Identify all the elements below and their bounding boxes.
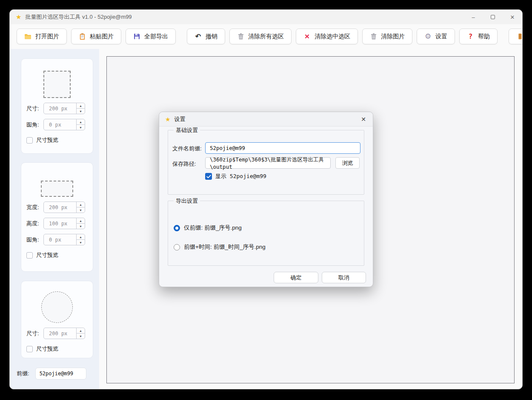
help-button[interactable]: ? 帮助	[459, 29, 498, 44]
group-legend: 导出设置	[174, 197, 200, 205]
toolbar-button-label: 清除图片	[381, 33, 405, 40]
undo-button[interactable]: ↶ 撤销	[187, 29, 225, 44]
browse-button[interactable]: 浏览	[335, 157, 360, 169]
trash-icon	[237, 33, 244, 40]
prefix-input[interactable]: 52pojie@m99	[35, 368, 86, 380]
clear-all-selections-button[interactable]: 清除所有选区	[229, 29, 292, 44]
toolbar-button-label: 粘贴图片	[90, 33, 114, 40]
trash-icon	[370, 33, 377, 40]
prefix-time-radio-row: 前缀+时间: 前缀_时间_序号.png	[174, 243, 266, 251]
show-credit-checkbox[interactable]	[205, 173, 212, 180]
dialog-title-bar[interactable]: ★ 设置 ✕	[159, 112, 373, 127]
spinner-buttons: ▲ ▼	[76, 234, 85, 245]
app-star-icon: ★	[16, 13, 21, 21]
toolbar-button-label: 撤销	[206, 33, 217, 40]
prefix-only-radio[interactable]	[174, 225, 180, 231]
corner-radius-field-row: 圆角: 0 px ▲ ▼	[26, 234, 88, 245]
maximize-box-glyph	[491, 15, 495, 19]
circle-selection-preview[interactable]	[41, 291, 73, 323]
settings-button[interactable]: ⚙ 设置	[417, 29, 455, 44]
rect-width-spinner[interactable]: 200 px ▲ ▼	[43, 201, 85, 213]
cancel-button[interactable]: 取消	[322, 272, 366, 283]
spin-down-icon[interactable]: ▼	[77, 207, 85, 213]
toolbar-button-label: 打开图片	[35, 33, 59, 40]
spin-up-icon[interactable]: ▲	[77, 103, 85, 109]
close-icon[interactable]: ✕	[509, 13, 516, 21]
field-label: 尺寸:	[26, 105, 43, 112]
spin-up-icon[interactable]: ▲	[77, 119, 85, 125]
spinner-buttons: ▲ ▼	[76, 103, 85, 114]
checkbox-label: 尺寸预览	[36, 251, 58, 259]
size-preview-checkbox[interactable]	[26, 346, 33, 352]
prefix-time-radio[interactable]	[174, 244, 180, 250]
undo-icon: ↶	[194, 33, 202, 40]
spinner-value: 0 px	[44, 237, 76, 243]
check-icon	[206, 175, 211, 178]
spin-up-icon[interactable]: ▲	[77, 234, 85, 240]
toolbar-button-label: 清除所有选区	[248, 33, 284, 40]
dialog-star-icon: ★	[165, 116, 171, 123]
spinner-buttons: ▲ ▼	[76, 119, 85, 130]
rect-corner-spinner[interactable]: 0 px ▲ ▼	[43, 234, 85, 245]
dialog-title: 设置	[174, 115, 186, 123]
paste-image-button[interactable]: 粘贴图片	[71, 29, 121, 44]
floppy-disk-icon	[133, 33, 140, 40]
show-credit-checkbox-row: 显示 52pojie@m99	[205, 173, 266, 180]
toolbar-button-label: 清除选中选区	[315, 33, 350, 40]
size-preview-checkbox[interactable]	[26, 252, 33, 259]
spinner-value: 100 px	[44, 221, 76, 227]
spin-down-icon[interactable]: ▼	[77, 125, 85, 130]
spinner-buttons: ▲ ▼	[76, 218, 85, 229]
exit-button[interactable]: 退出	[509, 29, 523, 44]
maximize-icon[interactable]	[489, 13, 497, 21]
spin-up-icon[interactable]: ▲	[77, 328, 85, 334]
width-field-row: 宽度: 200 px ▲ ▼	[26, 201, 88, 213]
window-controls: – ✕	[469, 10, 516, 24]
toolbar: 打开图片 粘贴图片 全部导出 ↶ 撤销	[10, 24, 522, 49]
dialog-close-icon[interactable]: ✕	[360, 115, 367, 123]
settings-dialog: ★ 设置 ✕ 基础设置 文件名前缀: 52pojie@m99 保存路径: \36…	[159, 112, 373, 287]
field-label: 高度:	[26, 220, 43, 227]
corner-radius-field-row: 圆角: 0 px ▲ ▼	[26, 119, 88, 130]
prefix-label: 前缀:	[17, 370, 29, 377]
minimize-icon[interactable]: –	[469, 13, 477, 21]
spin-up-icon[interactable]: ▲	[77, 218, 85, 224]
ok-button[interactable]: 确定	[274, 272, 318, 283]
open-image-button[interactable]: 打开图片	[17, 29, 67, 44]
clear-selected-selection-button[interactable]: ✕ 清除选中选区	[296, 29, 358, 44]
spin-down-icon[interactable]: ▼	[77, 240, 85, 245]
spin-down-icon[interactable]: ▼	[77, 224, 85, 229]
title-bar[interactable]: ★ 批量图片选区导出工具 v1.0 - 52pojie@m99 – ✕	[10, 10, 522, 24]
save-path-input[interactable]: \360zip$Temp\360$3\批量图片选区导出工具\output	[205, 157, 331, 169]
size-preview-checkbox-row: 尺寸预览	[26, 251, 88, 259]
exit-door-icon	[516, 33, 523, 40]
circle-size-spinner[interactable]: 200 px ▲ ▼	[43, 328, 85, 339]
spin-down-icon[interactable]: ▼	[77, 334, 85, 339]
rect-height-spinner[interactable]: 100 px ▲ ▼	[43, 218, 85, 229]
spinner-value: 200 px	[44, 106, 76, 112]
spin-down-icon[interactable]: ▼	[77, 109, 85, 114]
red-x-icon: ✕	[303, 33, 311, 40]
spin-up-icon[interactable]: ▲	[77, 202, 85, 207]
square-selection-preview[interactable]	[43, 71, 71, 98]
spinner-value: 200 px	[44, 331, 76, 337]
export-all-button[interactable]: 全部导出	[126, 29, 176, 44]
prefix-only-radio-row: 仅前缀: 前缀_序号.png	[174, 224, 242, 232]
filename-prefix-input[interactable]: 52pojie@m99	[205, 142, 360, 154]
group-legend: 基础设置	[174, 127, 200, 134]
basic-settings-group: 基础设置 文件名前缀: 52pojie@m99 保存路径: \360zip$Te…	[168, 130, 364, 195]
square-corner-spinner[interactable]: 0 px ▲ ▼	[43, 119, 85, 130]
square-selection-panel: 尺寸: 200 px ▲ ▼ 圆角: 0 px ▲	[21, 58, 93, 154]
filename-prefix-label: 文件名前缀:	[172, 145, 202, 153]
clipboard-icon	[79, 33, 86, 40]
question-mark-icon: ?	[467, 33, 474, 40]
rectangle-selection-preview[interactable]	[41, 181, 73, 197]
field-label: 宽度:	[26, 204, 43, 211]
circle-selection-panel: 尺寸: 200 px ▲ ▼ 尺寸预览	[21, 281, 93, 358]
spinner-buttons: ▲ ▼	[76, 202, 85, 213]
clear-image-button[interactable]: 清除图片	[362, 29, 412, 44]
shape-tools-sidebar: 尺寸: 200 px ▲ ▼ 圆角: 0 px ▲	[10, 49, 99, 389]
size-preview-checkbox[interactable]	[26, 137, 33, 144]
square-size-spinner[interactable]: 200 px ▲ ▼	[43, 103, 85, 114]
checkbox-label: 尺寸预览	[36, 136, 58, 144]
